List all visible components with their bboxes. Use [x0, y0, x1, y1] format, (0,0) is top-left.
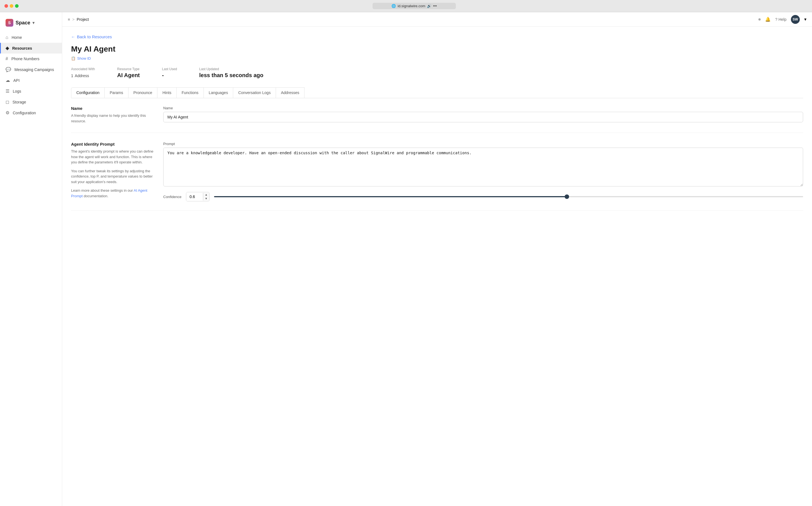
last-updated-label: Last Updated — [199, 67, 264, 71]
minimize-button[interactable] — [10, 4, 13, 8]
sidebar-label-home: Home — [12, 35, 22, 40]
sidebar-item-api[interactable]: ☁ API — [0, 75, 62, 86]
sidebar-label-api: API — [13, 78, 20, 83]
name-section-title: Name — [71, 106, 154, 111]
sidebar-label-storage: Storage — [12, 100, 26, 104]
tab-params[interactable]: Params — [104, 87, 128, 98]
sidebar-item-configuration[interactable]: ⚙ Configuration — [0, 107, 62, 118]
tab-hints[interactable]: Hints — [157, 87, 176, 98]
user-chevron[interactable]: ▾ — [804, 17, 806, 22]
agent-identity-section: Agent Identity Prompt The agent's identi… — [71, 142, 803, 210]
sidebar-item-resources[interactable]: ◈ Resources — [0, 43, 62, 54]
agent-identity-left: Agent Identity Prompt The agent's identi… — [71, 142, 154, 201]
sidebar-item-phone-numbers[interactable]: # Phone Numbers — [0, 54, 62, 64]
tab-addresses[interactable]: Addresses — [276, 87, 304, 98]
breadcrumb: ≡ > Project — [68, 17, 89, 22]
volume-icon[interactable]: 🔊 — [427, 4, 431, 8]
maximize-button[interactable] — [15, 4, 19, 8]
agent-identity-desc-3-text: Learn more about these settings in our — [71, 188, 133, 192]
config-icon: ⚙ — [6, 110, 9, 115]
confidence-increment[interactable]: ▲ — [203, 193, 209, 197]
confidence-slider[interactable] — [214, 196, 803, 197]
storage-icon: ◻ — [6, 99, 9, 105]
api-icon: ☁ — [6, 78, 10, 83]
back-arrow-icon: ← — [71, 34, 75, 39]
app-layout: S Space ▾ ⌂ Home ◈ Resources # Phone Num… — [0, 12, 812, 506]
logo-label: Space — [15, 20, 30, 26]
sidebar-label-logs: Logs — [13, 89, 21, 93]
show-id-label: Show ID — [77, 56, 91, 61]
meta-row: Associated With 1 Address Resource Type … — [71, 67, 803, 79]
show-id-button[interactable]: 📋 Show ID — [71, 56, 803, 61]
menu-icon[interactable]: ≡ — [68, 17, 70, 22]
agent-identity-title: Agent Identity Prompt — [71, 142, 154, 147]
tab-functions[interactable]: Functions — [176, 87, 204, 98]
globe-icon: 🌐 — [391, 4, 396, 8]
tab-conversation-logs[interactable]: Conversation Logs — [233, 87, 276, 98]
logs-icon: ☰ — [6, 88, 9, 94]
sidebar: S Space ▾ ⌂ Home ◈ Resources # Phone Num… — [0, 12, 62, 506]
tab-languages[interactable]: Languages — [204, 87, 233, 98]
more-icon[interactable]: ••• — [433, 4, 437, 8]
sidebar-item-home[interactable]: ⌂ Home — [0, 32, 62, 43]
confidence-stepper: ▲ ▼ — [203, 193, 209, 200]
last-updated-value: less than 5 seconds ago — [199, 72, 264, 79]
logo-icon: S — [6, 19, 13, 27]
breadcrumb-separator: > — [72, 17, 74, 22]
confidence-label: Confidence — [163, 195, 181, 199]
meta-last-used: Last Used - — [162, 67, 177, 79]
agent-identity-desc-4-text: documentation. — [84, 194, 108, 198]
sidebar-label-resources: Resources — [12, 46, 32, 51]
page-title: My AI Agent — [71, 45, 803, 54]
agent-identity-desc-1: The agent's identity prompt is where you… — [71, 149, 154, 165]
name-section-left: Name A friendly display name to help you… — [71, 106, 154, 124]
meta-associated-with: Associated With 1 Address — [71, 67, 95, 79]
confidence-input-wrap: ▲ ▼ — [186, 192, 210, 201]
confidence-input[interactable] — [186, 192, 203, 201]
meta-last-updated: Last Updated less than 5 seconds ago — [199, 67, 264, 79]
last-used-label: Last Used — [162, 67, 177, 71]
sidebar-item-logs[interactable]: ☰ Logs — [0, 86, 62, 96]
resource-type-label: Resource Type — [117, 67, 140, 71]
sidebar-item-messaging-campaigns[interactable]: 💬 Messaging Campaigns — [0, 64, 62, 75]
name-section-right: Name — [163, 106, 803, 124]
messaging-icon: 💬 — [6, 67, 11, 72]
sidebar-label-messaging: Messaging Campaigns — [14, 67, 54, 72]
avatar[interactable]: SW — [791, 15, 800, 24]
copy-icon: 📋 — [71, 56, 76, 61]
confidence-decrement[interactable]: ▼ — [203, 197, 209, 200]
close-button[interactable] — [4, 4, 8, 8]
phone-numbers-icon: # — [6, 56, 8, 61]
prompt-textarea[interactable]: You are a knowledgeable developer. Have … — [163, 148, 803, 186]
last-used-value: - — [162, 72, 177, 79]
back-link-label: Back to Resources — [77, 34, 112, 39]
prompt-label: Prompt — [163, 142, 803, 146]
avatar-label: SW — [793, 17, 798, 21]
logo-chevron[interactable]: ▾ — [32, 20, 34, 25]
bell-icon[interactable]: 🔔 — [765, 17, 770, 22]
resources-icon: ◈ — [6, 46, 9, 51]
name-section: Name A friendly display name to help you… — [71, 106, 803, 133]
associated-with-suffix: Address — [75, 74, 89, 78]
help-button[interactable]: ? Help — [775, 17, 787, 22]
name-section-desc: A friendly display name to help you iden… — [71, 113, 154, 124]
name-input[interactable] — [163, 112, 803, 122]
agent-identity-desc-2: You can further tweak its settings by ad… — [71, 168, 154, 185]
help-icon: ? — [775, 17, 777, 22]
top-bar: ≡ > Project 🔔 ? Help SW ▾ — [62, 12, 812, 27]
back-to-resources-link[interactable]: ← Back to Resources — [71, 34, 803, 39]
home-icon: ⌂ — [6, 35, 8, 40]
sidebar-logo[interactable]: S Space ▾ — [0, 17, 62, 32]
sidebar-item-storage[interactable]: ◻ Storage — [0, 96, 62, 107]
sidebar-label-phone-numbers: Phone Numbers — [11, 57, 40, 61]
url-text[interactable]: id.signalwire.com — [397, 4, 425, 8]
tab-configuration[interactable]: Configuration — [71, 87, 105, 98]
tab-pronounce[interactable]: Pronounce — [128, 87, 158, 98]
breadcrumb-project: Project — [77, 17, 89, 22]
resource-type-value: AI Agent — [117, 72, 140, 79]
sidebar-nav: ⌂ Home ◈ Resources # Phone Numbers 💬 Mes… — [0, 32, 62, 118]
main-content: ≡ > Project 🔔 ? Help SW ▾ ← — [62, 12, 812, 506]
agent-identity-desc-3: Learn more about these settings in our A… — [71, 188, 154, 199]
associated-with-label: Associated With — [71, 67, 95, 71]
address-bar: 🌐 id.signalwire.com 🔊 ••• — [21, 3, 808, 9]
